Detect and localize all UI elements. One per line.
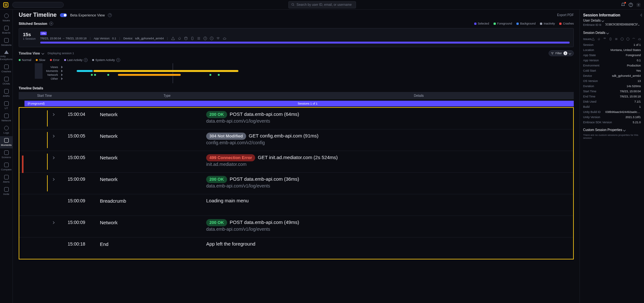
nav-icon: [4, 138, 9, 143]
sidebar-item-alerts[interactable]: Alerts: [0, 173, 13, 185]
kv-row: LocationMontana, United States: [583, 47, 641, 53]
sidebar-item-ut[interactable]: UT: [0, 99, 13, 112]
filter-icon: [551, 52, 554, 55]
main-content: User Timeline Beta Experience View ? Exp…: [13, 0, 580, 303]
kv-row: End Time7/6/23, 15:00:18: [583, 94, 641, 99]
sidebar-item-screens[interactable]: Screens: [0, 148, 13, 161]
topbar: Search by user ID, email, or username: [0, 0, 644, 10]
sidebar-item-anrs[interactable]: ANRs: [0, 87, 13, 99]
sidebar-item-invite[interactable]: Invite: [0, 185, 13, 197]
sidebar-item-compare[interactable]: Compare: [0, 161, 13, 173]
timeline-view-label[interactable]: Timeline View: [19, 52, 40, 55]
custom-props-toggle[interactable]: Custom Session Properties: [583, 128, 641, 132]
table-row: 15:00:05Network499 Connection ErrorGET i…: [19, 151, 573, 173]
kv-row: Unity Version2021.3.16f1: [583, 115, 641, 120]
svg-point-5: [185, 37, 187, 38]
play-icon[interactable]: [61, 66, 63, 68]
export-pdf-button[interactable]: Export PDF: [557, 13, 574, 17]
nav-label: Issues: [3, 19, 10, 22]
sidebar-item-crashes[interactable]: Crashes: [0, 63, 13, 75]
beta-help-icon[interactable]: ?: [108, 13, 112, 17]
expand-row-icon[interactable]: [52, 178, 54, 181]
row-type: Network: [100, 111, 206, 117]
nav-icon: [4, 187, 9, 192]
logo-icon: [3, 2, 8, 7]
help-icon[interactable]: [629, 3, 633, 7]
table-row: 15:00:09Network200 OKPOST data.emb-api.c…: [19, 173, 573, 194]
sidebar: IssuesBoardsSessionsUnity ExceptionsCras…: [0, 0, 13, 303]
nav-label: Sessions: [1, 44, 11, 46]
beta-toggle[interactable]: [60, 13, 67, 17]
session-details-toggle[interactable]: Session Details: [583, 31, 641, 35]
expand-row-icon[interactable]: [52, 135, 54, 137]
expand-row-icon[interactable]: [52, 113, 54, 116]
nav-label: Boards: [2, 31, 10, 34]
play-icon[interactable]: [61, 70, 63, 72]
sidebar-item-network[interactable]: Network: [0, 112, 13, 124]
row-details: 499 Connection ErrorGET init.ad.mediator…: [206, 154, 573, 167]
filter-button[interactable]: Filter 3: [549, 50, 574, 56]
row-time: 15:00:05: [58, 133, 100, 138]
kv-row: Build1: [583, 104, 641, 109]
user-details-toggle[interactable]: User Details: [583, 19, 641, 22]
legend-item: Slow: [36, 58, 45, 62]
nav-label: UT: [5, 107, 8, 110]
session-info-panel: ›| Session Information User Details Embr…: [580, 0, 644, 303]
list-icon: [615, 37, 619, 41]
warning-icon: [591, 37, 595, 41]
nav-label: Invite: [3, 193, 9, 196]
timeline-swimlanes: Views Moments Network Other: [19, 63, 574, 83]
stitched-help-icon[interactable]: ?: [49, 22, 53, 25]
timeline-legend: NormalSlowErrorLast Activity ?System Act…: [19, 58, 574, 62]
wifi-icon: [216, 36, 220, 40]
status-badge: 499 Connection Error: [206, 154, 255, 161]
status-badge: 304 Not Modified: [206, 133, 246, 140]
beta-label: Beta Experience View: [70, 13, 105, 17]
kv-row: Unity Build ID038b96aac9424492aa9ccb2925…: [583, 109, 641, 115]
svg-line-1: [293, 5, 294, 6]
svg-rect-6: [191, 37, 193, 40]
nav-label: Network: [2, 119, 11, 122]
svg-point-14: [604, 38, 606, 39]
sidebar-item-moments[interactable]: Moments: [0, 136, 13, 148]
custom-props-empty: There are no custom sessions properties …: [583, 134, 641, 139]
nav-icon: [4, 26, 9, 30]
session-band: (Foreground) Sessions 1 of 1: [24, 101, 574, 106]
nav-icon: [4, 50, 9, 54]
legend-item: Foreground: [494, 22, 512, 25]
status-badge: 200 OK: [206, 176, 227, 183]
expand-row-icon[interactable]: [52, 157, 54, 159]
settings-icon[interactable]: [636, 3, 641, 7]
sidebar-item-unity-exceptions[interactable]: Unity Exceptions: [0, 48, 13, 63]
sidebar-item-boards[interactable]: Boards: [0, 24, 13, 36]
row-type: Network: [100, 176, 206, 182]
db-icon: [184, 36, 188, 40]
embrace-id[interactable]: 5C08C9C8E9ED486690C5FD7FC7…: [605, 23, 641, 27]
table-row: 15:00:05Network304 Not ModifiedGET confi…: [19, 129, 573, 151]
project-selector[interactable]: [12, 2, 64, 8]
global-search[interactable]: Search by user ID, email, or username: [288, 1, 356, 8]
nav-label: ANRs: [3, 95, 10, 97]
play-icon[interactable]: [61, 77, 63, 80]
expand-row-icon[interactable]: [52, 221, 54, 224]
collapse-panel-icon[interactable]: ›|: [640, 13, 642, 17]
copy-icon[interactable]: ⧉: [599, 23, 601, 26]
notifications-icon[interactable]: [621, 3, 625, 7]
search-icon: [291, 3, 295, 6]
row-time: 15:00:05: [58, 154, 100, 160]
chevron-down-icon[interactable]: [42, 52, 44, 55]
play-icon[interactable]: [61, 74, 63, 76]
legend-item: Normal: [19, 58, 31, 62]
warning-icon: [171, 36, 175, 40]
status-badge: 200 OK: [206, 111, 227, 118]
sidebar-item-sessions[interactable]: Sessions: [0, 36, 13, 48]
sidebar-item-logs[interactable]: Logs: [0, 124, 13, 136]
overview-sessions: 1 Session: [23, 37, 36, 40]
nav-icon: [4, 126, 9, 130]
overview-duration: 15s: [23, 32, 36, 37]
overview-progress-bar: [40, 42, 570, 44]
nav-label: Crashes: [2, 70, 11, 73]
sidebar-item-issues[interactable]: Issues: [0, 12, 13, 24]
nav-icon: [4, 89, 9, 94]
sidebar-item-ooms[interactable]: OOMs: [0, 75, 13, 87]
